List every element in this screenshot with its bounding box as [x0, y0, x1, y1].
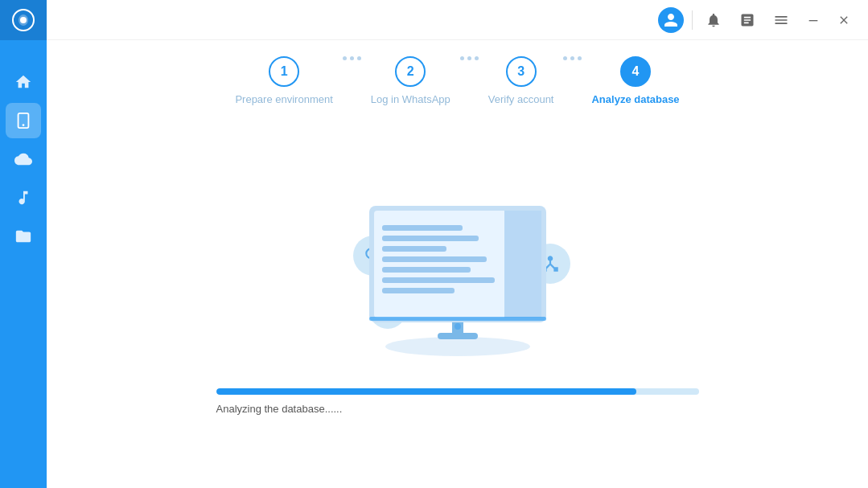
- logo-icon: [12, 9, 35, 31]
- sidebar-item-home[interactable]: [6, 64, 41, 100]
- folder-icon: [14, 228, 32, 245]
- progress-bar-background: [216, 388, 699, 395]
- step-4-number: 4: [632, 64, 640, 79]
- minimize-icon: [807, 14, 820, 27]
- dot: [343, 56, 347, 60]
- cloud-icon: [14, 150, 32, 168]
- monitor-illustration: [329, 187, 586, 364]
- step-dots-3-4: [553, 56, 591, 78]
- progress-section: Analyzing the database......: [216, 388, 699, 415]
- sidebar-navigation: [6, 64, 41, 488]
- avatar-icon: [663, 12, 679, 28]
- step-3: 3 Verify account: [488, 56, 554, 105]
- dot: [475, 56, 479, 60]
- svg-point-3: [23, 124, 25, 126]
- dot: [357, 56, 361, 60]
- step-2-number: 2: [407, 64, 414, 79]
- steps-container: 1 Prepare environment 2 Log in WhatsApp: [79, 56, 836, 105]
- step-4-label: Analyze database: [591, 93, 679, 105]
- svg-rect-13: [382, 256, 487, 262]
- monitor-graphic: [345, 190, 570, 359]
- progress-bar-fill: [216, 388, 636, 395]
- step-4-header: 4: [620, 56, 651, 87]
- svg-point-18: [455, 323, 461, 330]
- titlebar-divider: [692, 10, 693, 30]
- minimize-button[interactable]: [802, 9, 825, 31]
- notes-button[interactable]: [734, 7, 760, 33]
- svg-rect-12: [382, 246, 446, 252]
- step-1-label: Prepare environment: [235, 93, 332, 105]
- step-3-circle: 3: [506, 56, 537, 87]
- svg-rect-10: [382, 225, 463, 231]
- step-2-label: Log in WhatsApp: [371, 93, 450, 105]
- bell-button[interactable]: [701, 7, 726, 33]
- step-1: 1 Prepare environment: [235, 56, 332, 105]
- svg-rect-16: [382, 288, 455, 293]
- sidebar: [0, 0, 47, 488]
- step-4-circle: 4: [620, 56, 651, 87]
- titlebar: [47, 0, 868, 40]
- close-icon: [837, 14, 850, 27]
- app-logo[interactable]: [0, 0, 47, 40]
- svg-rect-11: [382, 236, 479, 241]
- step-4: 4 Analyze database: [591, 56, 679, 105]
- step-2-header: 2: [395, 56, 426, 87]
- dot: [563, 56, 567, 60]
- main-area: 1 Prepare environment 2 Log in WhatsApp: [47, 0, 868, 488]
- step-2: 2 Log in WhatsApp: [371, 56, 450, 105]
- svg-rect-17: [369, 317, 546, 321]
- step-1-number: 1: [281, 64, 288, 79]
- svg-point-1: [20, 17, 27, 23]
- step-3-header: 3: [506, 56, 537, 87]
- dot: [570, 56, 574, 60]
- sidebar-item-folder[interactable]: [6, 219, 41, 254]
- close-button[interactable]: [833, 9, 855, 31]
- home-icon: [14, 73, 32, 91]
- avatar-button[interactable]: [658, 7, 684, 33]
- sidebar-item-device[interactable]: [6, 103, 41, 138]
- content-area: 1 Prepare environment 2 Log in WhatsApp: [47, 40, 868, 488]
- svg-rect-9: [504, 211, 541, 318]
- dot: [578, 56, 582, 60]
- step-1-header: 1: [269, 56, 299, 87]
- step-1-circle: 1: [269, 56, 299, 87]
- step-3-label: Verify account: [488, 93, 554, 105]
- illustration-area: Analyzing the database......: [79, 129, 836, 472]
- dot: [350, 56, 354, 60]
- step-2-circle: 2: [395, 56, 426, 87]
- svg-rect-14: [382, 267, 471, 273]
- sidebar-item-cloud[interactable]: [6, 141, 41, 177]
- progress-text: Analyzing the database......: [216, 403, 699, 415]
- monitor-svg: [345, 190, 570, 362]
- notes-icon: [739, 12, 755, 28]
- dot: [460, 56, 464, 60]
- bell-icon: [706, 12, 722, 28]
- step-3-number: 3: [517, 64, 525, 79]
- step-dots-1-2: [333, 56, 371, 78]
- sidebar-item-music[interactable]: [6, 180, 41, 215]
- svg-point-4: [385, 337, 530, 356]
- menu-button[interactable]: [768, 7, 794, 33]
- dot: [467, 56, 471, 60]
- device-icon: [14, 112, 32, 129]
- svg-rect-15: [382, 277, 495, 283]
- step-dots-2-3: [450, 56, 488, 78]
- menu-icon: [773, 12, 789, 28]
- music-icon: [14, 189, 32, 207]
